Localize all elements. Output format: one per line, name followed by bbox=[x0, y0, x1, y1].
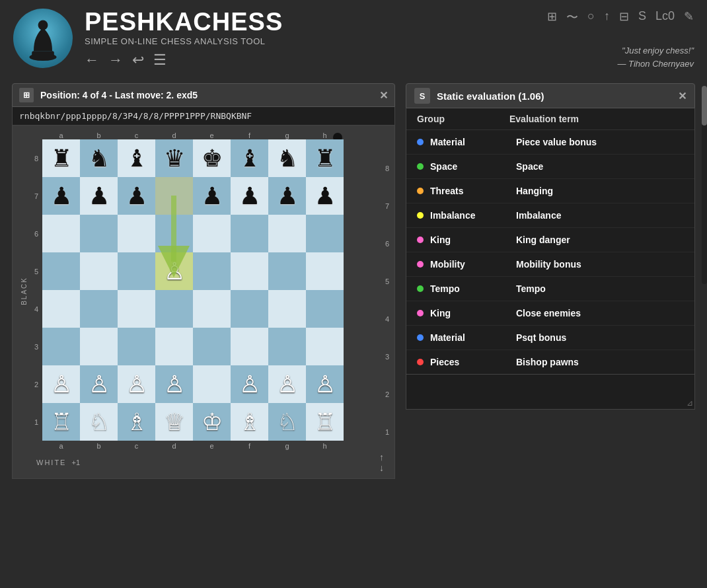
cell-2-1[interactable] bbox=[80, 215, 118, 252]
cell-3-5[interactable] bbox=[231, 252, 268, 290]
cell-2-7[interactable] bbox=[306, 215, 344, 252]
position-close-button[interactable]: ✕ bbox=[379, 89, 388, 102]
cell-7-7[interactable]: ♖ bbox=[306, 403, 344, 441]
cell-6-0[interactable]: ♙ bbox=[42, 365, 80, 403]
cell-0-2[interactable]: ♝ bbox=[118, 139, 155, 177]
bar-chart-icon[interactable]: ↑ bbox=[604, 9, 610, 25]
nav-forward[interactable]: → bbox=[108, 52, 123, 69]
scroll-down-icon[interactable]: ↓ bbox=[379, 462, 384, 473]
eval-row[interactable]: Threats Hanging bbox=[406, 179, 694, 203]
cell-5-3[interactable] bbox=[155, 328, 193, 365]
cell-4-2[interactable] bbox=[118, 290, 155, 328]
cell-3-7[interactable] bbox=[306, 252, 344, 290]
cell-0-6[interactable]: ♞ bbox=[268, 139, 306, 177]
cell-0-5[interactable]: ♝ bbox=[231, 139, 268, 177]
cell-7-0[interactable]: ♖ bbox=[42, 403, 80, 441]
cell-6-3[interactable]: ♙ bbox=[155, 365, 193, 403]
eval-row[interactable]: King Close enemies bbox=[406, 301, 694, 326]
cell-6-7[interactable]: ♙ bbox=[306, 365, 344, 403]
eval-close-button[interactable]: ✕ bbox=[678, 90, 687, 102]
cell-3-0[interactable] bbox=[42, 252, 80, 290]
cell-1-6[interactable]: ♟ bbox=[268, 177, 306, 215]
cell-1-7[interactable]: ♟ bbox=[306, 177, 344, 215]
cell-5-7[interactable] bbox=[306, 328, 344, 365]
cell-6-6[interactable]: ♙ bbox=[268, 365, 306, 403]
eval-row[interactable]: Space Space bbox=[406, 155, 694, 179]
cell-3-1[interactable] bbox=[80, 252, 118, 290]
cell-2-6[interactable] bbox=[268, 215, 306, 252]
cell-5-0[interactable] bbox=[42, 328, 80, 365]
cell-7-6[interactable]: ♘ bbox=[268, 403, 306, 441]
cell-1-0[interactable]: ♟ bbox=[42, 177, 80, 215]
cell-4-1[interactable] bbox=[80, 290, 118, 328]
cell-6-5[interactable]: ♙ bbox=[231, 365, 268, 403]
fen-bar[interactable]: rnbqkbnr/ppp1pppp/8/3P4/8/8/PPPP1PPP/RNB… bbox=[12, 107, 395, 126]
cell-0-0[interactable]: ♜ bbox=[42, 139, 80, 177]
cell-5-1[interactable] bbox=[80, 328, 118, 365]
cell-6-2[interactable]: ♙ bbox=[118, 365, 155, 403]
cell-6-1[interactable]: ♙ bbox=[80, 365, 118, 403]
cell-3-6[interactable] bbox=[268, 252, 306, 290]
cell-5-4[interactable] bbox=[193, 328, 231, 365]
cell-1-2[interactable]: ♟ bbox=[118, 177, 155, 215]
cell-1-4[interactable]: ♟ bbox=[193, 177, 231, 215]
cell-0-3[interactable]: ♛ bbox=[155, 139, 193, 177]
cell-2-4[interactable] bbox=[193, 215, 231, 252]
cell-2-0[interactable] bbox=[42, 215, 80, 252]
cell-3-3[interactable]: ♙ bbox=[155, 252, 193, 290]
s-toolbar-icon[interactable]: S bbox=[638, 9, 646, 25]
cell-5-5[interactable] bbox=[231, 328, 268, 365]
cell-7-1[interactable]: ♘ bbox=[80, 403, 118, 441]
nav-back[interactable]: ← bbox=[85, 52, 99, 69]
cell-6-4[interactable] bbox=[193, 365, 231, 403]
nav-undo[interactable]: ↩ bbox=[132, 52, 144, 69]
pulse-icon[interactable]: 〜 bbox=[566, 9, 578, 25]
toolbar-icons: ⊞ 〜 ○ ↑ ⊟ S Lc0 ✎ bbox=[547, 9, 694, 25]
cell-0-4[interactable]: ♚ bbox=[193, 139, 231, 177]
cell-4-7[interactable] bbox=[306, 290, 344, 328]
cell-2-2[interactable] bbox=[118, 215, 155, 252]
eval-row[interactable]: Material Piece value bonus bbox=[406, 130, 694, 155]
scroll-arrows[interactable]: ↑ ↓ bbox=[379, 452, 384, 473]
cell-4-0[interactable] bbox=[42, 290, 80, 328]
eval-row[interactable]: King King danger bbox=[406, 228, 694, 252]
left-panel: ⊞ Position: 4 of 4 - Last move: 2. exd5 … bbox=[12, 83, 395, 572]
chess-board[interactable]: 8♜♞♝♛♚♝♞♜7♟♟♟♟♟♟♟65♙432♙♙♙♙♙♙♙1♖♘♗♕♔♗♘♖ bbox=[30, 139, 384, 441]
cell-2-5[interactable] bbox=[231, 215, 268, 252]
eval-textarea[interactable] bbox=[409, 377, 692, 404]
eval-row[interactable]: Tempo Tempo bbox=[406, 277, 694, 301]
eval-row[interactable]: Imbalance Imbalance bbox=[406, 203, 694, 228]
cell-2-3[interactable] bbox=[155, 215, 193, 252]
cell-0-1[interactable]: ♞ bbox=[80, 139, 118, 177]
grid-icon[interactable]: ⊞ bbox=[547, 9, 557, 25]
eval-row[interactable]: Mobility Mobility bonus bbox=[406, 252, 694, 277]
cell-7-4[interactable]: ♔ bbox=[193, 403, 231, 441]
cell-5-2[interactable] bbox=[118, 328, 155, 365]
cell-7-3[interactable]: ♕ bbox=[155, 403, 193, 441]
pencil-icon[interactable]: ✎ bbox=[684, 9, 694, 25]
cell-7-5[interactable]: ♗ bbox=[231, 403, 268, 441]
resize-handle[interactable]: ⊿ bbox=[687, 398, 693, 408]
lc0-icon[interactable]: Lc0 bbox=[655, 9, 675, 25]
eval-row[interactable]: Pieces Bishop pawns bbox=[406, 350, 694, 374]
cell-3-2[interactable] bbox=[118, 252, 155, 290]
cell-1-5[interactable]: ♟ bbox=[231, 177, 268, 215]
cell-1-1[interactable]: ♟ bbox=[80, 177, 118, 215]
cell-7-2[interactable]: ♗ bbox=[118, 403, 155, 441]
scrollbar[interactable] bbox=[702, 86, 707, 284]
cell-0-7[interactable]: ♜ bbox=[306, 139, 344, 177]
nav-menu[interactable]: ☰ bbox=[153, 52, 167, 69]
cell-4-4[interactable] bbox=[193, 290, 231, 328]
cell-4-5[interactable] bbox=[231, 290, 268, 328]
book-icon[interactable]: ⊟ bbox=[619, 9, 629, 25]
board-row: 8♜♞♝♛♚♝♞♜ bbox=[30, 139, 384, 177]
eval-row[interactable]: Material Psqt bonus bbox=[406, 326, 694, 350]
scrollbar-thumb[interactable] bbox=[702, 86, 707, 126]
cell-4-6[interactable] bbox=[268, 290, 306, 328]
clock-icon[interactable]: ○ bbox=[587, 9, 595, 25]
cell-5-6[interactable] bbox=[268, 328, 306, 365]
scroll-up-icon[interactable]: ↑ bbox=[379, 452, 384, 462]
cell-4-3[interactable] bbox=[155, 290, 193, 328]
cell-1-3[interactable] bbox=[155, 177, 193, 215]
cell-3-4[interactable] bbox=[193, 252, 231, 290]
